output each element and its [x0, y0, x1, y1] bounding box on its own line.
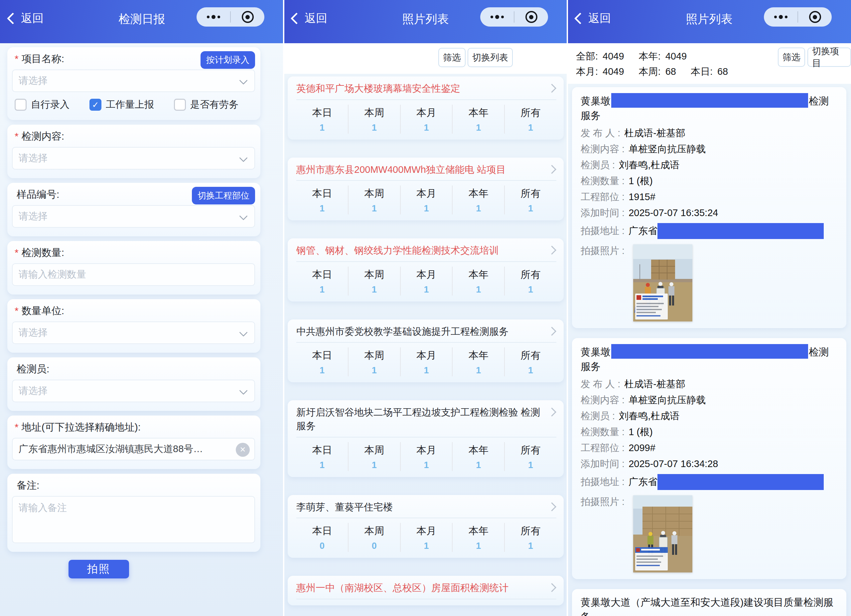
miniprogram-capsule — [764, 7, 832, 27]
back-label: 返回 — [588, 11, 611, 26]
record-part: 工程部位 :1915# — [580, 191, 838, 203]
site-photo[interactable] — [633, 495, 692, 572]
photo-record-card[interactable]: 黄巢墩检测服务 发 布 人 :杜成语-桩基部 检测内容 :单桩竖向抗压静载 检测… — [572, 87, 846, 328]
field-address: *地址(可下拉选择精确地址): 广东省惠州市惠城区汝湖镇惠民大道88号… — [7, 416, 260, 469]
record-part: 工程部位 :2099# — [580, 442, 838, 454]
project-card[interactable]: 惠州市惠东县200MW400MWh独立储能电 站项目 本日1 本周1 本月1 本… — [288, 158, 564, 221]
content-select[interactable]: 请选择 — [12, 147, 255, 170]
redaction-bar — [611, 344, 808, 359]
field-label: 项目名称: — [22, 52, 64, 66]
unit-select[interactable]: 请选择 — [12, 322, 255, 344]
chevron-right-icon — [547, 165, 556, 174]
project-card[interactable]: 惠州一中（南湖校区、总校区）房屋面积检测统计 — [288, 576, 564, 605]
more-button[interactable] — [197, 15, 230, 19]
remark-textarea[interactable]: 请输入备注 — [12, 496, 255, 543]
minimize-button[interactable] — [231, 11, 265, 23]
summary-row-1: 全部:4049 本年:4049 — [576, 50, 687, 63]
back-chevron-icon — [7, 12, 19, 24]
plan-entry-button[interactable]: 按计划录入 — [200, 51, 255, 69]
stat-month: 本月1 — [401, 267, 453, 296]
inspector-select[interactable]: 请选择 — [12, 380, 255, 402]
filter-button[interactable]: 筛选 — [438, 48, 466, 67]
stat-year: 本年:4049 — [639, 50, 687, 63]
stat-month: 本月1 — [401, 105, 453, 134]
more-button[interactable] — [480, 15, 514, 19]
stat-week: 本周:68 — [639, 65, 676, 78]
miniprogram-capsule — [480, 7, 548, 27]
checkbox-workload-report[interactable]: 工作量上报 — [89, 98, 154, 111]
site-photo[interactable] — [633, 244, 692, 322]
field-inspection-quantity: *检测数量: 请输入检测数量 — [7, 241, 260, 294]
photo-record-card[interactable]: 黄巢墩大道（产城大道至和安大道段)建设项目质量检测服务 发 布 人 :杜成语-桩… — [572, 589, 846, 616]
stat-month: 本月1 — [401, 185, 453, 215]
record-address: 拍摄地址 :广东省 — [580, 474, 838, 490]
project-card[interactable]: 中共惠州市委党校教学基础设施提升工程检测服务 本日1 本周1 本月1 本年1 所… — [288, 320, 564, 383]
ellipsis-icon — [207, 16, 209, 18]
stat-all: 所有1 — [505, 347, 556, 376]
chevron-right-icon — [547, 246, 556, 255]
checkbox-icon — [15, 99, 27, 111]
stat-all: 所有1 — [505, 185, 556, 215]
field-quantity-unit: *数量单位: 请选择 — [7, 299, 260, 353]
select-placeholder: 请选择 — [19, 74, 48, 87]
clear-address-button[interactable] — [236, 443, 250, 457]
minimize-button[interactable] — [798, 11, 832, 23]
address-input[interactable]: 广东省惠州市惠城区汝湖镇惠民大道88号… — [12, 438, 255, 460]
project-list: 英德和平广场大楼玻璃幕墙安全性鉴定 本日1 本周1 本月1 本年1 所有1 惠州… — [284, 74, 567, 616]
photo-record-card[interactable]: 黄巢墩检测服务 发 布 人 :杜成语-桩基部 检测内容 :单桩竖向抗压静载 检测… — [572, 338, 846, 579]
project-card[interactable]: 李萌芽、董葵平住宅楼 本日0 本周0 本月1 本年1 所有1 — [288, 495, 564, 558]
record-time: 添加时间 :2025-07-07 16:35:24 — [580, 207, 838, 219]
field-label: 检测员: — [17, 362, 49, 376]
stat-today: 本日1 — [296, 105, 349, 134]
checkbox-has-labor[interactable]: 是否有劳务 — [174, 98, 238, 111]
switch-part-button[interactable]: 切换工程部位 — [192, 187, 255, 204]
back-label: 返回 — [21, 11, 44, 26]
quantity-input[interactable]: 请输入检测数量 — [12, 263, 255, 286]
back-chevron-icon — [574, 12, 586, 24]
project-title: 李萌芽、董葵平住宅楼 — [296, 500, 544, 514]
stats-row: 本日1 本周1 本月1 本年1 所有1 — [296, 437, 556, 471]
required-asterisk: * — [15, 53, 19, 65]
more-button[interactable] — [764, 15, 797, 19]
record-publisher: 发 布 人 :杜成语-桩基部 — [580, 378, 838, 390]
switch-list-button[interactable]: 切换列表 — [468, 48, 513, 67]
back-button[interactable]: 返回 — [292, 11, 327, 26]
field-label: 检测内容: — [22, 130, 64, 143]
stat-month: 本月1 — [401, 347, 453, 376]
checkbox-self-entry[interactable]: 自行录入 — [15, 98, 69, 111]
take-photo-button[interactable]: 拍照 — [69, 560, 129, 578]
project-title: 钢管、钢材、钢绞线力学性能检测技术交流培训 — [296, 244, 544, 257]
project-card[interactable]: 钢管、钢材、钢绞线力学性能检测技术交流培训 本日1 本周1 本月1 本年1 所有… — [288, 238, 564, 302]
field-sample-number: 样品编号: 切换工程部位 请选择 — [7, 183, 260, 236]
filter-button[interactable]: 筛选 — [778, 48, 805, 67]
project-card[interactable]: 新圩启沃智谷地块二场平工程边坡支护工程检测检验 检测服务 本日1 本周1 本月1… — [288, 400, 564, 477]
stat-today: 本日1 — [296, 267, 349, 296]
field-label: 样品编号: — [17, 188, 59, 201]
stat-year: 本年1 — [453, 267, 505, 296]
chevron-down-icon — [239, 153, 247, 162]
ellipsis-icon — [490, 16, 493, 18]
back-button[interactable]: 返回 — [576, 11, 611, 26]
chevron-right-icon — [547, 84, 556, 93]
minimize-button[interactable] — [514, 11, 548, 23]
navbar: 返回 检测日报 — [0, 0, 284, 43]
address-value: 广东省惠州市惠城区汝湖镇惠民大道88号… — [19, 442, 203, 456]
required-asterisk: * — [15, 305, 19, 317]
checkbox-checked-icon — [89, 99, 101, 111]
switch-project-button[interactable]: 切换项目 — [807, 48, 851, 67]
stat-year: 本年1 — [453, 185, 505, 215]
target-icon — [809, 11, 821, 23]
divider — [296, 599, 556, 599]
field-inspection-content: *检测内容: 请选择 — [7, 125, 260, 178]
sample-select[interactable]: 请选择 — [12, 205, 255, 228]
back-label: 返回 — [305, 11, 327, 26]
project-title: 惠州一中（南湖校区、总校区）房屋面积检测统计 — [296, 581, 544, 595]
back-button[interactable]: 返回 — [9, 11, 44, 26]
ellipsis-icon — [774, 16, 777, 18]
project-select[interactable]: 请选择 — [12, 69, 255, 92]
field-inspector: 检测员: 请选择 — [7, 358, 260, 411]
screen-photo-list-by-project: 返回 照片列表 筛选 切换列表 英德和平广场大楼玻璃幕墙安全性鉴定 本日1 本周… — [284, 0, 567, 616]
stat-today: 本日1 — [296, 347, 349, 376]
navbar: 返回 照片列表 — [567, 0, 851, 43]
project-card[interactable]: 英德和平广场大楼玻璃幕墙安全性鉴定 本日1 本周1 本月1 本年1 所有1 — [288, 77, 564, 140]
